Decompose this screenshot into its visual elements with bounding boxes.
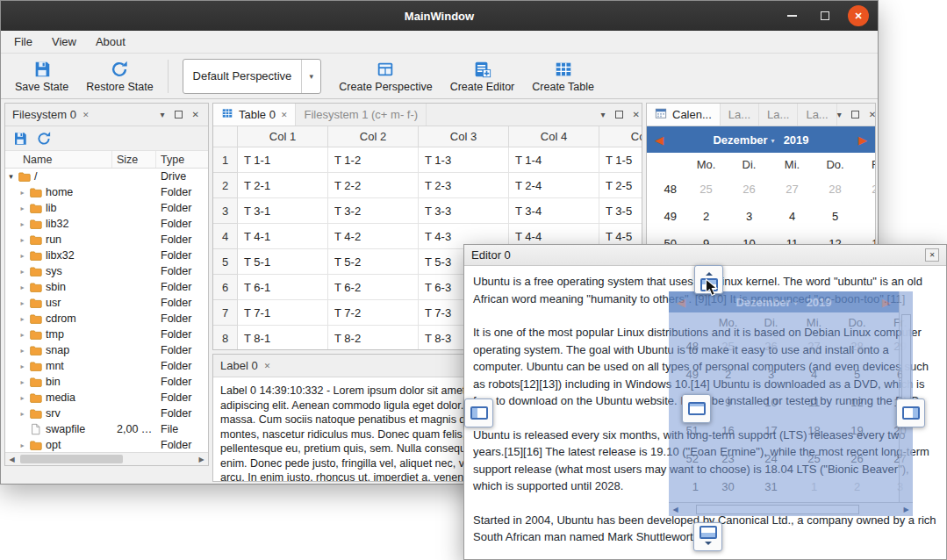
tree-collapsed-icon[interactable]: ▸ (17, 205, 28, 212)
table-cell[interactable]: T 6-1 (238, 275, 328, 300)
save-state-button[interactable]: Save State (6, 57, 77, 96)
tree-row[interactable]: ▸binFolder (5, 374, 208, 390)
table-cell[interactable]: T 6-2 (328, 275, 419, 300)
dock-float-icon[interactable] (851, 111, 859, 118)
tree-row[interactable]: ▸cdromFolder (5, 311, 208, 327)
table-cell[interactable]: T 3-2 (328, 198, 419, 224)
tree-row[interactable]: swapfile2,00 …File (5, 421, 208, 437)
calendar-year-button[interactable]: 2019 (784, 133, 809, 147)
tree-header-type[interactable]: Type (156, 154, 208, 166)
table-cell[interactable]: T 7-2 (328, 300, 419, 326)
fs-restore-icon[interactable] (36, 131, 52, 147)
calendar-date-cell[interactable]: 28 (814, 183, 857, 196)
tree-header-name[interactable]: Name (5, 151, 112, 168)
table-column-header[interactable]: Col 1 (238, 126, 328, 147)
tree-collapsed-icon[interactable]: ▸ (17, 284, 28, 291)
calendar-dock-tab-1[interactable]: La... (721, 104, 759, 126)
calendar-dock-tab-0[interactable]: Calen... (647, 104, 721, 126)
tree-row[interactable]: ▸usrFolder (5, 295, 208, 311)
tree-collapsed-icon[interactable]: ▸ (17, 236, 28, 244)
dock-close-icon[interactable]: ✕ (192, 111, 199, 119)
table-dock-tab-1[interactable]: Filesystem 1 (c+ m- f-) (296, 104, 427, 126)
calendar-dock-tab-2[interactable]: La... (759, 104, 798, 126)
table-cell[interactable]: T 2-3 (419, 173, 509, 198)
table-cell[interactable]: T 2-5 (599, 173, 642, 198)
tree-row[interactable]: ▸mediaFolder (5, 390, 208, 406)
filesystem-hscrollbar[interactable]: ◀ ▶ (5, 452, 208, 465)
scroll-handle[interactable] (20, 455, 123, 463)
label-dock-tab-close-icon[interactable]: ✕ (264, 362, 271, 370)
tree-row[interactable]: ▾/Drive (5, 169, 208, 184)
editor-close-button[interactable]: ✕ (925, 248, 939, 262)
table-cell[interactable]: T 3-5 (599, 198, 642, 224)
dock-menu-icon[interactable]: ▾ (161, 111, 165, 119)
editor-titlebar[interactable]: Editor 0 ✕ (464, 245, 946, 266)
calendar-next-icon[interactable]: ▶ (858, 133, 867, 147)
table-row-number[interactable]: 8 (213, 326, 238, 349)
create-editor-button[interactable]: Create Editor (441, 57, 524, 96)
drop-indicator-left[interactable] (464, 398, 493, 427)
tree-collapsed-icon[interactable]: ▸ (17, 410, 28, 418)
table-cell[interactable]: T 2-4 (509, 173, 599, 198)
table-column-header[interactable]: Col 3 (419, 126, 509, 147)
create-perspective-button[interactable]: Create Perspective (330, 57, 441, 96)
table-cell[interactable]: T 8-1 (238, 326, 328, 349)
table-cell[interactable]: T 1-2 (328, 147, 419, 173)
table-cell[interactable]: T 4-2 (328, 224, 419, 249)
scroll-left-icon[interactable]: ◀ (5, 456, 18, 463)
table-cell[interactable]: T 7-1 (238, 300, 328, 326)
dock-float-icon[interactable] (615, 111, 623, 118)
calendar-date-cell[interactable]: 25 (685, 183, 728, 196)
fs-save-icon[interactable] (12, 131, 28, 147)
table-cell[interactable]: T 1-3 (419, 147, 509, 173)
calendar-date-cell[interactable]: 5 (814, 210, 857, 223)
calendar-month-button[interactable]: Dezember (713, 133, 767, 147)
table-cell[interactable]: T 1-4 (509, 147, 599, 173)
tree-row[interactable]: ▸sbinFolder (5, 279, 208, 295)
table-row-number[interactable]: 6 (213, 275, 238, 300)
table-cell[interactable]: T 3-3 (419, 198, 509, 224)
dock-menu-icon[interactable]: ▾ (601, 111, 606, 119)
tree-row[interactable]: ▸sysFolder (5, 263, 208, 279)
drop-indicator-center[interactable] (682, 394, 711, 423)
calendar-date-cell[interactable]: 3 (728, 210, 771, 223)
tree-collapsed-icon[interactable]: ▸ (17, 378, 28, 386)
table-cell[interactable]: T 2-2 (328, 173, 419, 198)
table-row-number[interactable]: 3 (213, 198, 238, 224)
tree-collapsed-icon[interactable]: ▸ (17, 268, 28, 276)
table-cell[interactable]: T 5-2 (328, 249, 419, 275)
table-row-number[interactable]: 2 (213, 173, 238, 198)
tree-collapsed-icon[interactable]: ▸ (17, 315, 28, 323)
calendar-prev-icon[interactable]: ◀ (655, 133, 664, 147)
table-cell[interactable]: T 1-5 (599, 147, 642, 173)
table-cell[interactable]: T 3-4 (509, 198, 599, 224)
table-column-header[interactable]: Col 4 (509, 126, 599, 147)
filesystem-dock-titlebar[interactable]: Filesystem 0 ✕ ▾ ✕ (5, 104, 208, 126)
table-row-number[interactable]: 7 (213, 300, 238, 326)
calendar-date-cell[interactable]: 4 (771, 210, 814, 223)
table-cell[interactable]: T 5-1 (238, 249, 328, 275)
perspective-combobox[interactable]: Default Perspective ▾ (183, 59, 322, 94)
menu-item-file[interactable]: File (4, 32, 42, 52)
drop-indicator-bottom[interactable] (693, 522, 722, 551)
calendar-date-cell[interactable]: 29 (857, 183, 876, 196)
restore-state-button[interactable]: Restore State (77, 57, 161, 96)
tree-header[interactable]: Name Size Type (5, 151, 208, 169)
table-cell[interactable]: T 8-2 (328, 326, 419, 349)
table-cell[interactable]: T 3-1 (238, 198, 328, 224)
tree-collapsed-icon[interactable]: ▸ (17, 347, 28, 355)
close-button[interactable]: ✕ (848, 5, 869, 26)
tree-collapsed-icon[interactable]: ▸ (17, 299, 28, 307)
calendar-date-cell[interactable]: 2 (685, 210, 728, 223)
table-column-header[interactable]: Col 5 (599, 126, 642, 147)
table-cell[interactable]: T 4-1 (238, 224, 328, 249)
tree-collapsed-icon[interactable]: ▸ (17, 252, 28, 260)
window-titlebar[interactable]: MainWindow ✕ (1, 1, 878, 31)
maximize-button[interactable] (814, 5, 836, 26)
tree-collapsed-icon[interactable]: ▸ (17, 394, 28, 402)
tree-collapsed-icon[interactable]: ▸ (17, 220, 28, 228)
menu-item-about[interactable]: About (86, 32, 135, 52)
tab-close-icon[interactable]: ✕ (281, 111, 288, 119)
dock-close-icon[interactable]: ✕ (869, 111, 876, 119)
tree-header-size[interactable]: Size (112, 151, 156, 168)
